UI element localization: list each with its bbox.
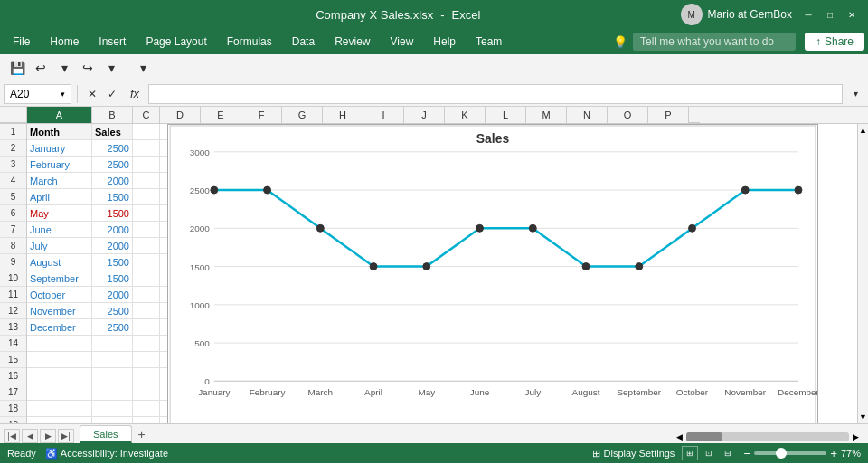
- row-num-2[interactable]: 2: [0, 140, 26, 157]
- formula-expand-icon[interactable]: ▾: [846, 85, 864, 103]
- cell[interactable]: October: [27, 287, 92, 303]
- menu-item-team[interactable]: Team: [467, 32, 511, 52]
- tab-next-button[interactable]: ▶: [40, 429, 56, 443]
- cell[interactable]: [27, 352, 92, 368]
- row-num-14[interactable]: 14: [0, 336, 26, 352]
- row-num-5[interactable]: 5: [0, 189, 26, 205]
- cell[interactable]: [92, 417, 133, 423]
- row-num-6[interactable]: 6: [0, 205, 26, 222]
- cell[interactable]: 2500: [92, 157, 133, 173]
- cell[interactable]: [133, 401, 160, 417]
- col-header-a[interactable]: A: [27, 107, 92, 123]
- cell[interactable]: February: [27, 157, 92, 173]
- cell[interactable]: [27, 368, 92, 384]
- row-num-7[interactable]: 7: [0, 222, 26, 238]
- cell[interactable]: [133, 368, 160, 384]
- col-header-f[interactable]: F: [241, 107, 282, 123]
- cell[interactable]: 2500: [92, 303, 133, 319]
- cell[interactable]: Month: [27, 124, 92, 140]
- cell[interactable]: August: [27, 254, 92, 270]
- share-button[interactable]: ↑ Share: [805, 33, 864, 51]
- cell[interactable]: [92, 336, 133, 352]
- col-header-e[interactable]: E: [201, 107, 241, 123]
- accessibility-status[interactable]: ♿ Accessibility: Investigate: [45, 448, 168, 460]
- col-header-d[interactable]: D: [160, 107, 201, 123]
- cell[interactable]: 2000: [92, 238, 133, 254]
- cell[interactable]: September: [27, 270, 92, 287]
- cell[interactable]: [27, 401, 92, 417]
- row-num-10[interactable]: 10: [0, 270, 26, 287]
- formula-input[interactable]: [148, 84, 843, 104]
- redo-button[interactable]: ↪: [78, 58, 98, 78]
- cell[interactable]: [27, 384, 92, 401]
- cell[interactable]: [92, 368, 133, 384]
- cell[interactable]: December: [27, 319, 92, 336]
- cell[interactable]: Sales: [92, 124, 133, 140]
- scroll-down-button[interactable]: ▼: [857, 411, 868, 423]
- col-header-n[interactable]: N: [567, 107, 608, 123]
- col-header-i[interactable]: I: [363, 107, 404, 123]
- cell[interactable]: January: [27, 140, 92, 157]
- cell[interactable]: [133, 270, 160, 287]
- cell[interactable]: [92, 384, 133, 401]
- page-layout-view-button[interactable]: ⊡: [701, 446, 717, 460]
- menu-item-formulas[interactable]: Formulas: [218, 32, 281, 52]
- redo-dropdown[interactable]: ▾: [101, 58, 121, 78]
- col-header-c[interactable]: C: [133, 107, 160, 123]
- confirm-formula-icon[interactable]: ✓: [103, 85, 121, 103]
- cell[interactable]: [133, 336, 160, 352]
- cell[interactable]: 1500: [92, 205, 133, 222]
- zoom-out-button[interactable]: −: [743, 447, 750, 460]
- cell[interactable]: 2000: [92, 173, 133, 189]
- cell-reference-box[interactable]: A20 ▾: [4, 84, 71, 104]
- tab-prev-button[interactable]: ◀: [22, 429, 38, 443]
- row-num-11[interactable]: 11: [0, 287, 26, 303]
- col-header-l[interactable]: L: [486, 107, 526, 123]
- undo-button[interactable]: ↩: [31, 58, 51, 78]
- cell[interactable]: July: [27, 238, 92, 254]
- cell[interactable]: [133, 222, 160, 238]
- display-settings[interactable]: ⊞ Display Settings: [592, 448, 675, 460]
- cell[interactable]: [92, 352, 133, 368]
- col-header-m[interactable]: M: [526, 107, 567, 123]
- cell[interactable]: [133, 157, 160, 173]
- cell[interactable]: [133, 189, 160, 205]
- row-num-15[interactable]: 15: [0, 352, 26, 368]
- cell[interactable]: [133, 173, 160, 189]
- scroll-up-button[interactable]: ▲: [857, 124, 868, 137]
- col-header-b[interactable]: B: [92, 107, 133, 123]
- row-num-17[interactable]: 17: [0, 384, 26, 401]
- col-header-j[interactable]: J: [404, 107, 445, 123]
- cell[interactable]: November: [27, 303, 92, 319]
- row-num-4[interactable]: 4: [0, 173, 26, 189]
- row-num-9[interactable]: 9: [0, 254, 26, 270]
- vertical-scrollbar[interactable]: ▲ ▼: [857, 124, 868, 423]
- cell[interactable]: [133, 254, 160, 270]
- cell[interactable]: May: [27, 205, 92, 222]
- row-num-13[interactable]: 13: [0, 319, 26, 336]
- row-num-12[interactable]: 12: [0, 303, 26, 319]
- cell[interactable]: [133, 124, 160, 140]
- cell[interactable]: 1500: [92, 270, 133, 287]
- cell[interactable]: [133, 319, 160, 336]
- normal-view-button[interactable]: ⊞: [682, 446, 698, 460]
- cell[interactable]: March: [27, 173, 92, 189]
- cell[interactable]: [27, 336, 92, 352]
- tab-first-button[interactable]: |◀: [4, 429, 20, 443]
- save-button[interactable]: 💾: [7, 58, 27, 78]
- menu-item-help[interactable]: Help: [424, 32, 465, 52]
- tell-me-input[interactable]: [633, 33, 796, 51]
- menu-item-view[interactable]: View: [382, 32, 423, 52]
- menu-item-data[interactable]: Data: [283, 32, 324, 52]
- maximize-button[interactable]: □: [821, 5, 839, 24]
- menu-item-review[interactable]: Review: [326, 32, 379, 52]
- cell[interactable]: 2500: [92, 140, 133, 157]
- cancel-formula-icon[interactable]: ✕: [83, 85, 101, 103]
- scroll-left-button[interactable]: ◀: [675, 431, 684, 443]
- menu-item-insert[interactable]: Insert: [90, 32, 135, 52]
- menu-item-page-layout[interactable]: Page Layout: [137, 32, 215, 52]
- cell[interactable]: [133, 384, 160, 401]
- cell[interactable]: 2000: [92, 222, 133, 238]
- horizontal-scrollbar[interactable]: ◀ ▶: [675, 431, 861, 443]
- row-num-19[interactable]: 19: [0, 417, 26, 423]
